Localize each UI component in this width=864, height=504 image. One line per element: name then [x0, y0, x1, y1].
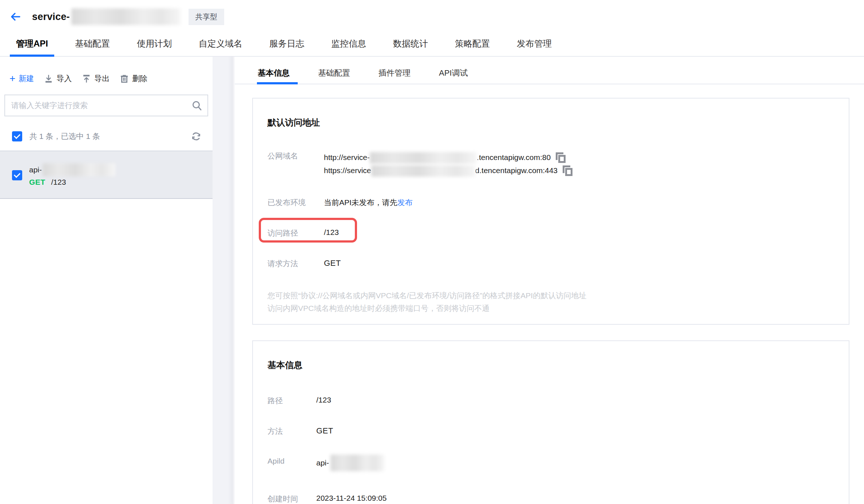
import-api-button[interactable]: 导入: [44, 73, 72, 84]
https-url-suffix: d.tencentapigw.com:443: [475, 166, 558, 175]
create-time-value: 2023-11-24 15:09:05: [316, 494, 387, 503]
apiid-redacted: [330, 455, 384, 471]
request-method-value: GET: [324, 259, 341, 268]
tab-api-debug[interactable]: API调试: [439, 68, 468, 84]
service-name-redacted: [71, 8, 181, 25]
method-label: 方法: [267, 426, 316, 436]
apiid-value: api-: [316, 457, 384, 473]
create-api-label: 新建: [19, 73, 34, 84]
method-value: GET: [316, 426, 333, 436]
service-title: service-: [32, 11, 70, 23]
back-button[interactable]: [9, 11, 22, 23]
api-list-toolbar: + 新建 导入 导出: [9, 73, 213, 84]
api-gateway-console: service- 共享型 管理API 基础配置 使用计划 自定义域名 服务日志 …: [0, 0, 864, 504]
public-domain-value: http://service-.tencentapigw.com:80 http…: [324, 151, 573, 177]
tab-policy-config[interactable]: 策略配置: [455, 33, 490, 56]
apiid-label: Apild: [267, 457, 316, 465]
http-url-suffix: .tencentapigw.com:80: [477, 153, 551, 161]
api-item-checkbox[interactable]: [12, 170, 22, 180]
select-all-checkbox[interactable]: [12, 131, 22, 141]
https-url-redacted: [371, 165, 475, 177]
http-url-redacted: [370, 152, 477, 164]
tab-monitor-info[interactable]: 监控信息: [331, 33, 366, 56]
http-url-line: http://service-.tencentapigw.com:80: [324, 151, 573, 164]
access-path-label: 访问路径: [267, 228, 324, 238]
apiid-value-prefix: api-: [316, 459, 329, 467]
public-domain-row: 公网域名 http://service-.tencentapigw.com:80…: [267, 151, 834, 177]
create-api-button[interactable]: + 新建: [9, 73, 34, 84]
tab-manage-api[interactable]: 管理API: [16, 33, 48, 56]
refresh-icon[interactable]: [191, 131, 202, 142]
api-list-panel: + 新建 导入 导出: [0, 57, 213, 504]
publish-link[interactable]: 发布: [397, 198, 413, 207]
api-item-text: api- GET /123: [29, 163, 115, 187]
plus-icon: +: [9, 75, 15, 83]
note-line-2: 访问内网VPC域名构造的地址时必须携带端口号，否则将访问不通: [267, 302, 834, 315]
api-search-box: [4, 95, 208, 116]
public-domain-label: 公网域名: [267, 151, 324, 161]
method-row: 方法 GET: [267, 426, 834, 436]
tab-release-manage[interactable]: 发布管理: [517, 33, 552, 56]
access-path-value: /123: [324, 228, 339, 237]
access-path-row: 访问路径 /123: [267, 228, 834, 238]
api-list-item-selected[interactable]: api- GET /123: [0, 151, 213, 199]
tab-custom-domain[interactable]: 自定义域名: [199, 33, 242, 56]
tab-basic-information[interactable]: 基本信息: [258, 68, 290, 84]
api-item-name-prefix: api-: [29, 165, 42, 174]
selection-summary: 共 1 条，已选中 1 条: [29, 131, 100, 141]
tab-plugin-management[interactable]: 插件管理: [379, 68, 411, 84]
delete-api-label: 删除: [132, 73, 147, 84]
panel-divider: [213, 57, 235, 504]
api-detail-tab-bar: 基本信息 基础配置 插件管理 API调试: [235, 57, 864, 84]
path-value: /123: [316, 396, 331, 404]
service-tab-bar: 管理API 基础配置 使用计划 自定义域名 服务日志 监控信息 数据统计 策略配…: [0, 33, 864, 57]
path-row: 路径 /123: [267, 396, 834, 406]
default-address-card: 默认访问地址 公网域名 http://service-.tencentapigw…: [252, 98, 849, 325]
tab-data-statistics[interactable]: 数据统计: [393, 33, 428, 56]
search-icon[interactable]: [191, 100, 203, 112]
basic-info-title: 基本信息: [267, 359, 834, 371]
https-url-prefix: https://service: [324, 166, 371, 175]
http-url-prefix: http://service-: [324, 153, 370, 161]
import-icon: [44, 74, 53, 83]
published-env-text: 当前API未发布，请先: [324, 198, 397, 207]
tab-base-configuration[interactable]: 基础配置: [318, 68, 350, 84]
back-arrow-icon: [10, 11, 21, 23]
create-time-row: 创建时间 2023-11-24 15:09:05: [267, 494, 834, 504]
request-method-label: 请求方法: [267, 259, 324, 269]
published-env-row: 已发布环境 当前API未发布，请先发布: [267, 197, 834, 208]
service-header: service- 共享型: [0, 0, 864, 33]
import-api-label: 导入: [56, 73, 72, 84]
export-icon: [82, 74, 91, 83]
tab-usage-plan[interactable]: 使用计划: [137, 33, 172, 56]
api-item-method: GET: [29, 178, 45, 186]
api-detail-panel: 基本信息 基础配置 插件管理 API调试 默认访问地址 公网域名 http://…: [235, 57, 864, 504]
https-url-line: https://serviced.tencentapigw.com:443: [324, 164, 573, 177]
basic-info-card: 基本信息 路径 /123 方法 GET Apild api-: [252, 340, 849, 504]
tab-basic-config[interactable]: 基础配置: [75, 33, 110, 56]
service-type-badge: 共享型: [189, 9, 224, 25]
search-input[interactable]: [5, 95, 207, 116]
api-item-path: /123: [51, 178, 66, 186]
api-item-name-redacted: [43, 163, 115, 176]
trash-icon: [120, 74, 129, 83]
api-detail-content: 默认访问地址 公网域名 http://service-.tencentapigw…: [235, 84, 864, 504]
request-method-row: 请求方法 GET: [267, 259, 834, 269]
tab-service-log[interactable]: 服务日志: [269, 33, 304, 56]
path-label: 路径: [267, 396, 316, 406]
select-all-row: 共 1 条，已选中 1 条: [12, 131, 202, 142]
delete-api-button[interactable]: 删除: [120, 73, 147, 84]
create-time-label: 创建时间: [267, 494, 316, 504]
copy-https-url-icon[interactable]: [562, 165, 573, 176]
export-api-label: 导出: [94, 73, 110, 84]
export-api-button[interactable]: 导出: [82, 73, 110, 84]
default-address-title: 默认访问地址: [267, 117, 834, 128]
address-format-note: 您可按照“协议://公网域名或内网VPC域名/已发布环境/访问路径”的格式拼接A…: [267, 289, 834, 315]
published-env-label: 已发布环境: [267, 197, 324, 208]
note-line-1: 您可按照“协议://公网域名或内网VPC域名/已发布环境/访问路径”的格式拼接A…: [267, 289, 834, 302]
apiid-row: Apild api-: [267, 457, 834, 473]
copy-http-url-icon[interactable]: [555, 152, 566, 163]
